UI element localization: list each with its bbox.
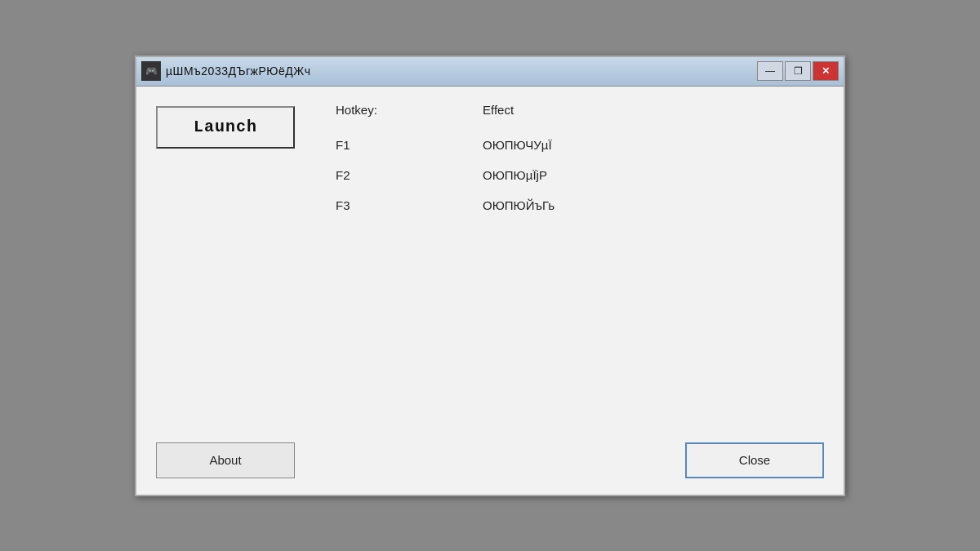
effect-f2: ОЮПЮµÏjP [483,168,824,182]
window-controls: — ❒ ✕ [757,61,839,81]
main-area: Launch Hotkey: Effect F1 ОЮПЮЧУµÏ F2 ОЮП… [156,103,824,405]
hotkey-f2: F2 [336,168,483,182]
table-header: Hotkey: Effect [336,103,824,123]
table-row: F1 ОЮПЮЧУµÏ [336,130,824,160]
main-window: 🎮 µШМъ2033ДЪгжРЮёДЖч — ❒ ✕ Launch Hotkey… [135,56,845,496]
table-row: F3 ОЮПЮЙъГь [336,190,824,220]
table-row: F2 ОЮПЮµÏjP [336,160,824,190]
hotkey-table: Hotkey: Effect F1 ОЮПЮЧУµÏ F2 ОЮПЮµÏjP F… [336,103,824,220]
effect-f1: ОЮПЮЧУµÏ [483,138,824,152]
bottom-area: About Close [156,429,824,478]
titlebar-left: 🎮 µШМъ2033ДЪгжРЮёДЖч [141,61,310,81]
window-content: Launch Hotkey: Effect F1 ОЮПЮЧУµÏ F2 ОЮП… [136,87,844,495]
restore-button[interactable]: ❒ [785,61,811,81]
close-action-button[interactable]: Close [685,442,824,478]
effect-f3: ОЮПЮЙъГь [483,198,824,212]
launch-button[interactable]: Launch [156,106,295,149]
hotkey-f1: F1 [336,138,483,152]
hotkey-f3: F3 [336,198,483,212]
window-close-button[interactable]: ✕ [813,61,839,81]
app-icon: 🎮 [141,61,161,81]
left-panel: Launch [156,103,319,405]
minimize-button[interactable]: — [757,61,783,81]
effect-column-header: Effect [483,103,824,117]
hotkey-panel: Hotkey: Effect F1 ОЮПЮЧУµÏ F2 ОЮПЮµÏjP F… [319,103,824,405]
hotkey-column-header: Hotkey: [336,103,483,117]
titlebar: 🎮 µШМъ2033ДЪгжРЮёДЖч — ❒ ✕ [136,57,844,87]
window-title: µШМъ2033ДЪгжРЮёДЖч [166,64,310,78]
about-button[interactable]: About [156,442,295,478]
